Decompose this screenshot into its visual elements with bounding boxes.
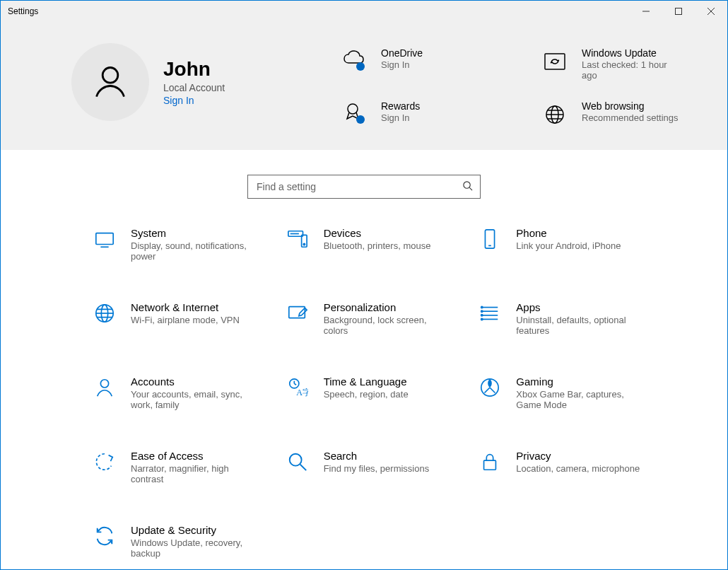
update-icon — [541, 47, 569, 76]
category-network[interactable]: Network & Internet Wi-Fi, airplane mode,… — [93, 301, 264, 336]
category-personalization[interactable]: Personalization Background, lock screen,… — [286, 301, 457, 336]
category-update-security[interactable]: Update & Security Windows Update, recove… — [93, 524, 264, 559]
quick-sub: Last checked: 1 hour ago — [582, 59, 681, 81]
accounts-icon — [93, 376, 117, 400]
gaming-icon — [478, 376, 502, 400]
quick-title: Windows Update — [582, 47, 681, 59]
search-box[interactable] — [247, 175, 481, 199]
svg-rect-6 — [545, 54, 565, 69]
ease-of-access-icon — [93, 450, 117, 474]
svg-line-37 — [294, 383, 296, 385]
user-block[interactable]: John Local Account Sign In — [71, 43, 298, 121]
quick-rewards[interactable]: Rewards Sign In — [340, 100, 498, 129]
category-desc: Bluetooth, printers, mouse — [324, 240, 431, 251]
category-title: Accounts — [131, 376, 258, 388]
category-gaming[interactable]: Gaming Xbox Game Bar, captures, Game Mod… — [478, 376, 650, 410]
category-desc: Link your Android, iPhone — [516, 240, 621, 251]
rewards-icon — [340, 100, 368, 129]
category-phone[interactable]: Phone Link your Android, iPhone — [478, 227, 650, 262]
search-icon — [462, 180, 473, 193]
category-desc: Display, sound, notifications, power — [131, 240, 258, 262]
category-desc: Wi-Fi, airplane mode, VPN — [131, 315, 240, 325]
svg-line-13 — [469, 187, 472, 190]
user-icon — [92, 63, 129, 102]
category-title: Devices — [324, 227, 431, 239]
privacy-icon — [478, 450, 502, 474]
category-title: Update & Security — [131, 524, 258, 536]
svg-rect-1 — [676, 8, 682, 15]
svg-line-43 — [300, 465, 305, 470]
quick-windows-update[interactable]: Windows Update Last checked: 1 hour ago — [541, 47, 699, 81]
maximize-button[interactable] — [662, 1, 695, 22]
search-input[interactable] — [255, 180, 462, 193]
category-desc: Narrator, magnifier, high contrast — [131, 463, 258, 484]
quick-title: OneDrive — [381, 47, 423, 59]
title-bar: Settings — [1, 1, 727, 22]
apps-icon — [478, 301, 502, 325]
category-ease-of-access[interactable]: Ease of Access Narrator, magnifier, high… — [93, 450, 264, 484]
window-title: Settings — [8, 6, 38, 16]
quick-title: Rewards — [381, 100, 420, 112]
minimize-button[interactable] — [630, 1, 662, 22]
quick-web-browsing[interactable]: Web browsing Recommended settings — [541, 100, 699, 129]
category-title: Privacy — [516, 450, 640, 462]
personalization-icon — [286, 301, 310, 325]
main-content: John Local Account Sign In OneDrive Sign… — [1, 22, 727, 569]
category-title: Time & Language — [324, 376, 409, 388]
svg-point-5 — [356, 62, 365, 71]
close-button[interactable] — [695, 1, 727, 22]
user-subtitle: Local Account — [163, 82, 225, 93]
svg-point-12 — [464, 182, 470, 188]
category-accounts[interactable]: Accounts Your accounts, email, sync, wor… — [93, 376, 264, 410]
categories: System Display, sound, notifications, po… — [1, 227, 727, 569]
svg-text:A字: A字 — [296, 388, 308, 397]
svg-rect-14 — [96, 233, 113, 245]
svg-point-18 — [303, 243, 305, 245]
category-desc: Your accounts, email, sync, work, family — [131, 389, 258, 410]
svg-point-29 — [481, 310, 483, 312]
svg-point-34 — [100, 380, 108, 388]
header: John Local Account Sign In OneDrive Sign… — [1, 22, 727, 150]
category-system[interactable]: System Display, sound, notifications, po… — [93, 227, 264, 262]
svg-line-40 — [485, 388, 491, 393]
category-desc: Location, camera, microphone — [516, 463, 640, 474]
category-privacy[interactable]: Privacy Location, camera, microphone — [478, 450, 650, 484]
category-desc: Uninstall, defaults, optional features — [516, 315, 643, 336]
quick-links: OneDrive Sign In Windows Update Last che… — [340, 43, 699, 129]
category-title: Network & Internet — [131, 301, 240, 313]
category-desc: Xbox Game Bar, captures, Game Mode — [516, 389, 643, 410]
svg-point-42 — [289, 454, 301, 466]
globe-icon — [541, 100, 569, 129]
category-search[interactable]: Search Find my files, permissions — [286, 450, 457, 484]
category-title: System — [131, 227, 258, 239]
category-desc: Windows Update, recovery, backup — [131, 537, 258, 559]
svg-rect-44 — [484, 460, 496, 470]
quick-sub: Sign In — [381, 59, 423, 70]
sign-in-link[interactable]: Sign In — [163, 95, 225, 106]
quick-sub: Sign In — [381, 112, 420, 123]
search-category-icon — [286, 450, 310, 474]
category-devices[interactable]: Devices Bluetooth, printers, mouse — [286, 227, 457, 262]
quick-sub: Recommended settings — [582, 112, 679, 123]
quick-onedrive[interactable]: OneDrive Sign In — [340, 47, 498, 81]
category-desc: Background, lock screen, colors — [324, 315, 451, 336]
category-title: Ease of Access — [131, 450, 258, 462]
category-time-language[interactable]: A字 Time & Language Speech, region, date — [286, 376, 457, 410]
category-title: Phone — [516, 227, 621, 239]
phone-icon — [478, 227, 502, 251]
category-desc: Speech, region, date — [324, 389, 409, 400]
svg-rect-25 — [288, 307, 305, 318]
svg-line-41 — [490, 388, 495, 393]
category-desc: Find my files, permissions — [324, 463, 430, 474]
user-name: John — [163, 58, 225, 81]
time-language-icon: A字 — [286, 376, 310, 400]
svg-point-27 — [481, 306, 483, 308]
svg-point-7 — [348, 104, 358, 114]
svg-point-4 — [102, 67, 118, 83]
globe-icon — [93, 301, 117, 325]
onedrive-icon — [340, 47, 368, 76]
category-apps[interactable]: Apps Uninstall, defaults, optional featu… — [478, 301, 650, 336]
svg-point-31 — [481, 315, 483, 316]
category-title: Gaming — [516, 376, 643, 388]
avatar — [71, 43, 149, 121]
